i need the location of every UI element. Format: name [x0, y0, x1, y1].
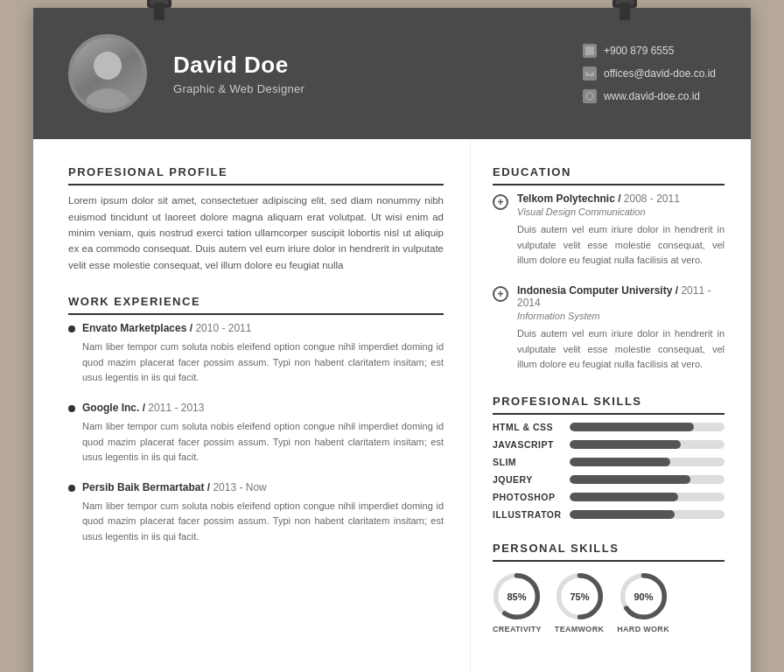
svg-point-4: [586, 93, 593, 100]
skill-item-3: SLIM: [493, 457, 724, 467]
skills-section: PROFESIONAL SKILLS HTML & CSS JAVASCRIPT: [493, 395, 724, 520]
contact-website: www.david-doe.co.id: [583, 89, 716, 103]
header-name: David Doe: [173, 52, 556, 79]
edu-field-2: Information System: [517, 311, 724, 321]
edu-icon-1: +: [493, 194, 508, 210]
profile-title: PROFESIONAL PROFILE: [68, 165, 444, 186]
skill-bar-fill-1: [570, 423, 694, 431]
skill-label-5: PHOTOSHOP: [493, 492, 563, 502]
personal-skills-section: PERSONAL SKILLS 85% CREATIVITY: [493, 542, 724, 634]
left-column: PROFESIONAL PROFILE Lorem ipsum dolor si…: [33, 139, 471, 672]
education-section: EDUCATION + Telkom Polytechnic / 2008 - …: [493, 165, 724, 373]
skill-bar-fill-6: [570, 510, 675, 519]
work-desc-3: Nam liber tempor cum soluta nobis eleife…: [82, 499, 444, 545]
email-icon: [583, 66, 597, 80]
resume-document: David Doe Graphic & Web Designer +900 87…: [33, 8, 751, 672]
svg-rect-2: [585, 46, 594, 55]
skill-bar-bg-2: [570, 440, 724, 449]
resume-body: PROFESIONAL PROFILE Lorem ipsum dolor si…: [33, 139, 751, 672]
work-desc-1: Nam liber tempor cum soluta nobis eleife…: [82, 340, 444, 386]
personal-circles: 85% CREATIVITY 75% TEAMWORK: [493, 572, 724, 634]
skill-bar-fill-4: [570, 475, 690, 484]
phone-icon: [583, 44, 597, 58]
avatar: [68, 34, 147, 113]
contact-email: offices@david-doe.co.id: [583, 66, 716, 80]
personal-skill-1: 85% CREATIVITY: [493, 572, 542, 634]
education-title: EDUCATION: [493, 165, 724, 186]
skill-bar-bg-5: [570, 493, 724, 501]
skill-item-2: JAVASCRIPT: [493, 439, 724, 450]
work-company-1: Envato Marketplaces / 2010 - 2011: [82, 322, 444, 334]
svg-text:90%: 90%: [634, 592, 653, 602]
skill-bar-fill-2: [570, 440, 681, 449]
skill-item-6: ILLUSTRATOR: [493, 509, 724, 520]
skill-item-1: HTML & CSS: [493, 422, 724, 432]
edu-field-1: Visual Design Communication: [517, 206, 724, 217]
svg-text:75%: 75%: [570, 592, 589, 602]
contact-phone: +900 879 6555: [583, 44, 716, 58]
personal-label-2: TEAMWORK: [555, 625, 604, 634]
edu-school-1: Telkom Polytechnic / 2008 - 2011: [517, 192, 724, 205]
skill-bar-bg-4: [570, 475, 724, 484]
header-title: Graphic & Web Designer: [173, 82, 556, 95]
skill-bar-bg-6: [570, 510, 724, 519]
skill-bar-bg-1: [570, 423, 724, 431]
edu-desc-2: Duis autem vel eum iriure dolor in hendr…: [517, 326, 724, 373]
resume-header: David Doe Graphic & Web Designer +900 87…: [33, 8, 751, 139]
skill-bar-fill-5: [570, 493, 678, 501]
header-contacts: +900 879 6555 offices@david-doe.co.id ww…: [583, 44, 716, 103]
svg-point-1: [85, 88, 130, 113]
page-wrapper: David Doe Graphic & Web Designer +900 87…: [33, 8, 751, 672]
edu-icon-2: +: [493, 286, 508, 302]
edu-desc-1: Duis autem vel eum iriure dolor in hendr…: [517, 222, 724, 269]
svg-point-0: [94, 52, 122, 80]
clip-right: [612, 0, 637, 18]
svg-text:85%: 85%: [508, 592, 527, 602]
skill-item-5: PHOTOSHOP: [493, 492, 724, 502]
personal-label-1: CREATIVITY: [493, 625, 542, 634]
work-company-3: Persib Baik Bermartabat / 2013 - Now: [82, 481, 444, 494]
skill-bar-fill-3: [570, 458, 670, 466]
header-info: David Doe Graphic & Web Designer: [173, 52, 556, 95]
edu-item-1: + Telkom Polytechnic / 2008 - 2011 Visua…: [493, 192, 724, 269]
clip-left: [147, 0, 172, 18]
work-item-2: Google Inc. / 2011 - 2013 Nam liber temp…: [68, 402, 444, 466]
edu-school-2: Indonesia Computer University / 2011 - 2…: [517, 284, 724, 309]
personal-skill-3: 90% HARD WORK: [617, 572, 669, 634]
svg-marker-3: [585, 71, 594, 76]
work-item-3: Persib Baik Bermartabat / 2013 - Now Nam…: [68, 481, 444, 545]
skill-item-4: JQUERY: [493, 474, 724, 485]
work-title: WORK EXPERIENCE: [68, 295, 444, 315]
right-column: EDUCATION + Telkom Polytechnic / 2008 - …: [471, 139, 751, 672]
profile-section: PROFESIONAL PROFILE Lorem ipsum dolor si…: [68, 165, 444, 273]
web-icon: [583, 89, 597, 103]
skill-label-6: ILLUSTRATOR: [493, 509, 563, 520]
personal-skills-title: PERSONAL SKILLS: [493, 542, 724, 562]
skill-label-1: HTML & CSS: [493, 422, 563, 432]
work-desc-2: Nam liber tempor cum soluta nobis eleife…: [82, 419, 444, 466]
work-company-2: Google Inc. / 2011 - 2013: [82, 402, 444, 414]
personal-skill-2: 75% TEAMWORK: [555, 572, 604, 634]
work-experience-section: WORK EXPERIENCE Envato Marketplaces / 20…: [68, 295, 444, 544]
personal-label-3: HARD WORK: [617, 625, 669, 634]
work-item-1: Envato Marketplaces / 2010 - 2011 Nam li…: [68, 322, 444, 386]
skill-bar-bg-3: [570, 458, 724, 466]
profile-text: Lorem ipsum dolor sit amet, consectetuer…: [68, 192, 444, 273]
edu-item-2: + Indonesia Computer University / 2011 -…: [493, 284, 724, 373]
skill-label-4: JQUERY: [493, 474, 563, 485]
skill-label-3: SLIM: [493, 457, 563, 467]
skill-label-2: JAVASCRIPT: [493, 439, 563, 450]
skills-title: PROFESIONAL SKILLS: [493, 395, 724, 415]
